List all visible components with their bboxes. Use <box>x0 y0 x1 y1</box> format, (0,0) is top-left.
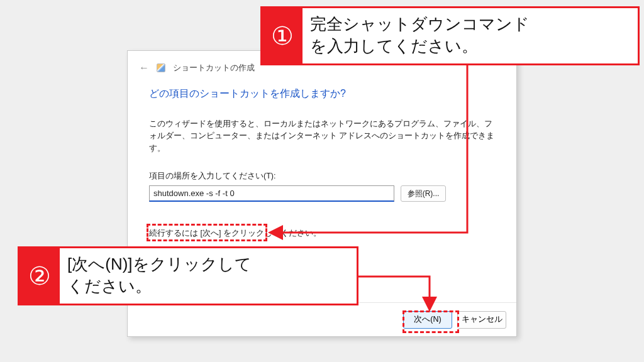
dialog-button-bar: 次へ(N) キャンセル <box>128 302 516 336</box>
location-field-label: 項目の場所を入力してください(T): <box>149 171 495 182</box>
dialog-body: どの項目のショートカットを作成しますか? このウィザードを使用すると、ローカルま… <box>128 79 516 239</box>
cancel-button[interactable]: キャンセル <box>457 311 506 329</box>
annotation-step-1: ① 完全シャットダウンコマンド を入力してください。 <box>260 6 640 65</box>
wizard-description: このウィザードを使用すると、ローカルまたはネットワークにあるプログラム、ファイル… <box>149 118 495 155</box>
wizard-heading: どの項目のショートカットを作成しますか? <box>149 87 495 101</box>
dialog-title: ショートカットの作成 <box>173 63 255 74</box>
annotation-step-2: ② [次へ(N)]をクリックして ください。 <box>18 246 358 305</box>
annotation-step-2-text: [次へ(N)]をクリックして ください。 <box>60 248 260 304</box>
annotation-step-1-text: 完全シャットダウンコマンド を入力してください。 <box>303 8 538 63</box>
annotation-step-1-number: ① <box>262 8 303 63</box>
wizard-icon <box>157 63 165 72</box>
back-arrow-icon: ← <box>139 62 149 74</box>
annotation-step-2-number: ② <box>19 248 60 304</box>
browse-button[interactable]: 参照(R)... <box>401 185 446 202</box>
location-input[interactable] <box>149 185 394 202</box>
continue-hint: 続行するには [次へ] をクリックしてください。 <box>149 228 495 239</box>
next-button[interactable]: 次へ(N) <box>403 311 452 329</box>
location-field-row: 参照(R)... <box>149 185 495 202</box>
